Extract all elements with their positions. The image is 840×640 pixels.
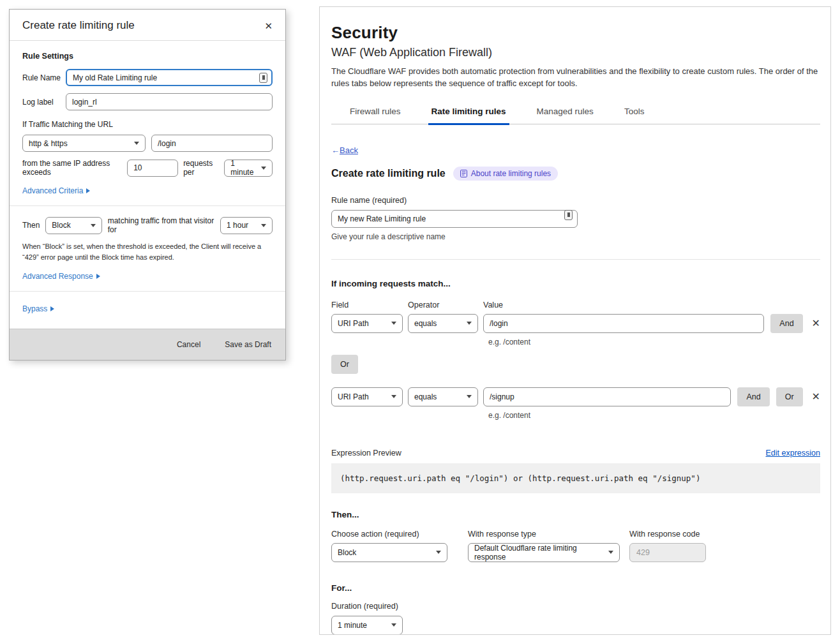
duration-label: Duration (required) — [331, 602, 820, 611]
value-column-label: Value — [483, 301, 503, 309]
requests-count-input[interactable] — [127, 160, 178, 177]
field-column-label: Field — [331, 301, 408, 309]
rule-name-helper: Give your rule a descriptive name — [331, 232, 820, 241]
threshold-middle: requests per — [183, 159, 219, 177]
bypass-link[interactable]: Bypass — [22, 304, 54, 313]
chevron-down-icon — [261, 167, 266, 170]
value-helper: e.g. /content — [488, 411, 820, 420]
close-icon[interactable]: ✕ — [264, 21, 273, 31]
document-icon — [460, 170, 467, 177]
chevron-down-icon — [261, 224, 266, 227]
security-waf-panel: Security WAF (Web Application Firewall) … — [319, 6, 831, 635]
and-button[interactable]: And — [737, 387, 769, 406]
scheme-select[interactable]: http & https — [22, 135, 146, 152]
advanced-response-link[interactable]: Advanced Response — [22, 272, 100, 281]
waf-tabs: Firewall rules Rate limiting rules Manag… — [331, 101, 820, 124]
action-select[interactable]: Block — [331, 543, 447, 562]
chevron-down-icon — [608, 551, 613, 554]
then-label: Then — [22, 221, 40, 230]
create-rule-heading: Create rate limiting rule — [331, 168, 446, 179]
field-select[interactable]: URI Path — [331, 387, 403, 406]
chevron-down-icon — [391, 322, 396, 325]
traffic-match-heading: If Traffic Matching the URL — [22, 120, 273, 129]
block-duration-select[interactable]: 1 hour — [220, 217, 273, 234]
then-row: Then Block matching traffic from that vi… — [22, 216, 273, 234]
chevron-down-icon — [91, 224, 96, 227]
for-heading: For... — [331, 583, 820, 593]
modal-header: Create rate limiting rule ✕ — [10, 10, 285, 41]
triangle-right-icon — [50, 306, 54, 311]
response-code-input — [629, 543, 706, 562]
rule-settings-heading: Rule Settings — [22, 52, 273, 61]
chevron-down-icon — [436, 551, 441, 554]
block-note: When “Block” is set, when the threshold … — [22, 241, 273, 263]
autofill-icon[interactable] — [564, 210, 573, 220]
tab-firewall-rules[interactable]: Firewall rules — [347, 101, 404, 125]
field-select[interactable]: URI Path — [331, 314, 403, 333]
modal-title: Create rate limiting rule — [22, 19, 135, 32]
response-type-select[interactable]: Default Cloudflare rate limiting respons… — [468, 543, 620, 562]
choose-action-label: Choose action (required) — [331, 530, 447, 539]
triangle-right-icon — [96, 274, 100, 279]
back-link[interactable]: ←Back — [331, 145, 358, 155]
divider — [331, 259, 820, 260]
triangle-right-icon — [86, 188, 90, 193]
chevron-down-icon — [467, 395, 472, 398]
chevron-down-icon — [467, 322, 472, 325]
modal-footer: Cancel Save as Draft — [10, 329, 285, 360]
url-match-row: http & https — [22, 135, 273, 152]
then-heading: Then... — [331, 510, 820, 519]
rule-name-label: Rule Name — [22, 73, 66, 82]
chevron-down-icon — [391, 623, 396, 627]
save-as-draft-button[interactable]: Save as Draft — [225, 340, 271, 349]
value-input[interactable] — [483, 314, 764, 333]
remove-row-icon[interactable]: ✕ — [812, 318, 820, 329]
remove-row-icon[interactable]: ✕ — [812, 392, 820, 402]
match-heading: If incoming requests match... — [331, 279, 820, 288]
log-label-label: Log label — [22, 98, 66, 107]
response-type-label: With response type — [468, 530, 620, 539]
page-title: Security — [331, 23, 820, 43]
or-button[interactable]: Or — [776, 387, 803, 406]
match-row: URI Path equals And ✕ — [331, 314, 820, 333]
advanced-criteria-link[interactable]: Advanced Criteria — [22, 186, 90, 195]
value-input[interactable] — [483, 387, 731, 406]
operator-column-label: Operator — [408, 301, 483, 309]
create-rate-limiting-rule-modal: Create rate limiting rule ✕ Rule Setting… — [9, 9, 286, 361]
edit-expression-link[interactable]: Edit expression — [766, 449, 820, 458]
period-select[interactable]: 1 minute — [224, 160, 273, 177]
autofill-icon[interactable] — [259, 73, 267, 83]
modal-body: Rule Settings Rule Name Log label If Tra… — [10, 41, 285, 317]
log-label-row: Log label — [22, 93, 273, 110]
about-rate-limiting-badge[interactable]: About rate limiting rules — [453, 167, 558, 181]
log-label-input[interactable] — [66, 93, 273, 110]
chevron-down-icon — [134, 142, 139, 145]
tab-rate-limiting-rules[interactable]: Rate limiting rules — [428, 101, 509, 125]
cancel-button[interactable]: Cancel — [177, 340, 200, 349]
page-description: The Cloudflare WAF provides both automat… — [331, 66, 820, 90]
threshold-row: from the same IP address exceeds request… — [22, 159, 273, 177]
threshold-prefix: from the same IP address exceeds — [22, 159, 122, 177]
or-button[interactable]: Or — [331, 355, 358, 374]
then-middle: matching traffic from that visitor for — [108, 216, 214, 234]
chevron-down-icon — [391, 395, 396, 398]
expression-preview-label: Expression Preview — [331, 449, 401, 458]
operator-select[interactable]: equals — [408, 387, 478, 406]
operator-select[interactable]: equals — [408, 314, 478, 333]
action-select[interactable]: Block — [45, 217, 101, 234]
divider — [10, 205, 285, 206]
response-code-label: With response code — [629, 530, 706, 539]
tab-managed-rules[interactable]: Managed rules — [534, 101, 597, 125]
page-subtitle: WAF (Web Application Firewall) — [331, 46, 820, 59]
back-arrow-icon: ← — [331, 145, 340, 155]
rule-name-input[interactable] — [66, 69, 273, 86]
value-helper: e.g. /content — [488, 338, 820, 346]
rule-name-label: Rule name (required) — [331, 196, 820, 205]
rule-name-input[interactable] — [331, 210, 578, 228]
tab-tools[interactable]: Tools — [621, 101, 648, 125]
duration-select[interactable]: 1 minute — [331, 616, 403, 635]
divider — [10, 291, 285, 292]
url-input[interactable] — [151, 135, 273, 152]
rule-name-row: Rule Name — [22, 69, 273, 86]
and-button[interactable]: And — [770, 314, 802, 333]
